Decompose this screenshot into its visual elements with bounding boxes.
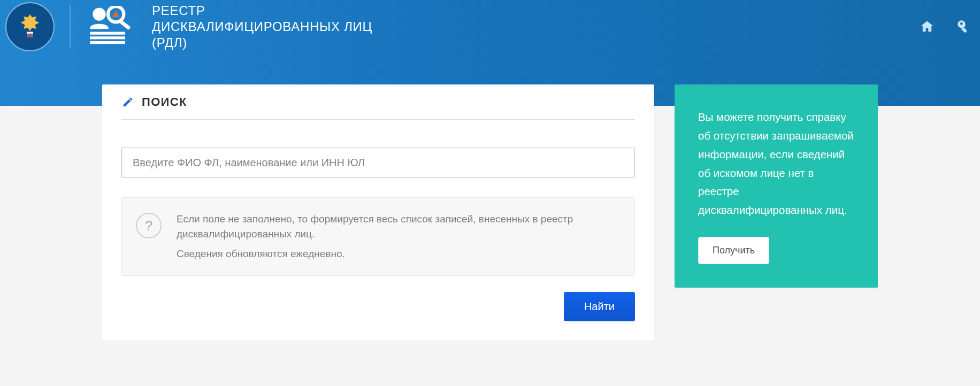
home-icon (920, 19, 935, 34)
question-mark-icon: ? (136, 213, 162, 238)
search-heading: ПОИСК (142, 95, 187, 109)
hint-line-2: Сведения обновляются ежедневно. (177, 246, 619, 261)
search-card-header: ПОИСК (121, 84, 635, 120)
pencil-icon (121, 96, 134, 109)
service-logo (83, 6, 139, 48)
home-link[interactable] (918, 18, 936, 36)
get-certificate-button[interactable]: Получить (698, 237, 769, 264)
eagle-emblem-icon (13, 10, 47, 43)
svg-rect-8 (90, 32, 125, 35)
svg-point-5 (93, 7, 105, 20)
certificate-side-panel: Вы можете получить справку об отсутствии… (675, 84, 878, 288)
search-hint-box: ? Если поле не заполнено, то формируется… (121, 197, 635, 276)
svg-rect-2 (27, 32, 33, 34)
search-submit-button[interactable]: Найти (564, 292, 635, 321)
service-title: РЕЕСТР ДИСКВАЛИФИЦИРОВАННЫХ ЛИЦ (РДЛ) (152, 3, 377, 51)
key-icon (953, 19, 968, 34)
svg-rect-4 (27, 35, 33, 37)
login-link[interactable] (951, 18, 969, 36)
fns-emblem (5, 2, 55, 51)
header-divider (70, 5, 71, 48)
side-panel-text: Вы можете получить справку об отсутствии… (698, 108, 854, 220)
svg-rect-9 (90, 36, 125, 39)
svg-rect-10 (90, 41, 125, 44)
svg-rect-3 (27, 34, 33, 35)
svg-rect-7 (119, 20, 131, 30)
search-input[interactable] (121, 148, 635, 178)
hint-line-1: Если поле не заполнено, то формируется в… (177, 212, 619, 241)
search-card: ПОИСК ? Если поле не заполнено, то форми… (102, 84, 654, 341)
